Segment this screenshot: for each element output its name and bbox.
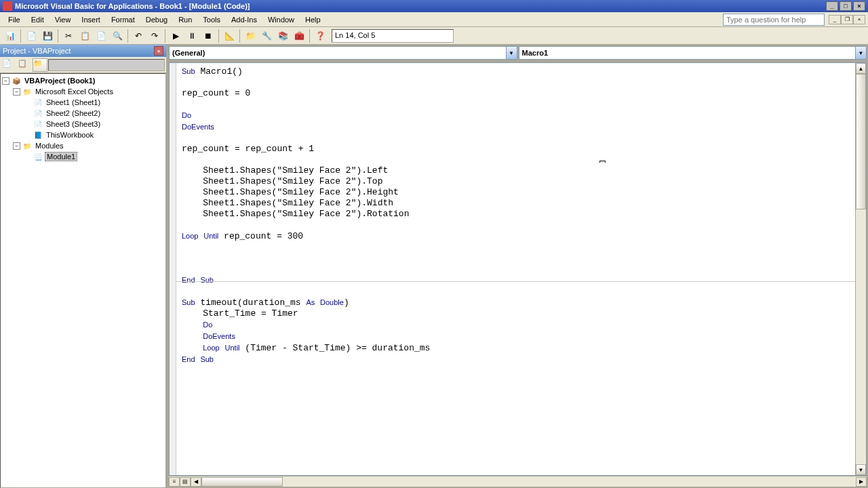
menu-view[interactable]: View <box>50 14 77 25</box>
tree-excel-objects[interactable]: − 📁 Microsoft Excel Objects <box>2 86 164 97</box>
copy-button[interactable]: 📋 <box>77 28 92 43</box>
module-icon: 📃 <box>33 152 43 161</box>
view-code-button[interactable]: 📄 <box>1 58 16 72</box>
collapse-icon[interactable]: − <box>13 142 20 150</box>
project-explorer-button[interactable]: 📁 <box>243 28 258 43</box>
tree-sheet3[interactable]: 📄 Sheet3 (Sheet3) <box>2 119 164 129</box>
close-button[interactable]: × <box>853 1 865 11</box>
mdi-restore-button[interactable]: ❐ <box>841 15 853 24</box>
object-dropdown[interactable]: (General) ▼ <box>169 46 517 60</box>
code-window: (General) ▼ Macro1 ▼ Sub Macro1() rep_co… <box>167 45 868 488</box>
scroll-right-button[interactable]: ▶ <box>856 477 867 487</box>
workbook-icon: 📘 <box>33 130 43 140</box>
menu-edit[interactable]: Edit <box>26 14 50 25</box>
toggle-folders-button[interactable]: 📁 <box>33 58 47 72</box>
procedure-view-button[interactable]: ≡ <box>169 477 180 487</box>
tree-label: ThisWorkbook <box>45 131 95 139</box>
vba-icon <box>3 1 12 11</box>
properties-button[interactable]: 🔧 <box>259 28 274 43</box>
standard-toolbar: 📊 📄 💾 ✂ 📋 📄 🔍 ↶ ↷ ▶ ⏸ ⏹ 📐 📁 🔧 📚 🧰 ❓ Ln 1… <box>0 27 868 45</box>
project-panel-title: Project - VBAProject × <box>0 45 166 57</box>
toolbar-grip <box>48 59 165 71</box>
design-mode-button[interactable]: 📐 <box>222 28 237 43</box>
tree-label: Module1 <box>45 152 77 161</box>
sheet-icon: 📄 <box>33 108 43 118</box>
project-icon: 📦 <box>11 76 22 85</box>
project-explorer: Project - VBAProject × 📄 📋 📁 − 📦 VBAProj… <box>0 45 167 488</box>
tree-modules[interactable]: − 📁 Modules <box>2 140 164 151</box>
chevron-down-icon[interactable]: ▼ <box>506 47 517 59</box>
procedure-dropdown-value: Macro1 <box>522 49 549 57</box>
paste-button[interactable]: 📄 <box>94 28 108 43</box>
folder-icon: 📁 <box>22 141 33 150</box>
reset-button[interactable]: ⏹ <box>201 28 216 43</box>
title-bar: Microsoft Visual Basic for Applications … <box>0 0 868 12</box>
folder-icon: 📁 <box>22 87 33 96</box>
project-panel-close-button[interactable]: × <box>154 46 163 56</box>
project-panel-label: Project - VBAProject <box>3 47 71 55</box>
run-button[interactable]: ▶ <box>168 28 183 43</box>
window-controls: _ □ × <box>826 1 865 11</box>
tree-label: Sheet3 (Sheet3) <box>45 120 102 128</box>
scroll-thumb[interactable] <box>201 477 283 487</box>
sheet-icon: 📄 <box>33 119 43 129</box>
view-object-button[interactable]: 📋 <box>17 58 32 72</box>
sheet-icon: 📄 <box>33 98 43 107</box>
minimize-button[interactable]: _ <box>826 1 838 11</box>
menu-window[interactable]: Window <box>262 14 300 25</box>
tree-sheet1[interactable]: 📄 Sheet1 (Sheet1) <box>2 97 164 108</box>
tree-thisworkbook[interactable]: 📘 ThisWorkbook <box>2 129 164 140</box>
full-module-view-button[interactable]: ▤ <box>180 477 191 487</box>
menu-help[interactable]: Help <box>300 14 326 25</box>
tree-label: Sheet1 (Sheet1) <box>45 98 102 106</box>
menu-format[interactable]: Format <box>106 14 140 25</box>
project-tree[interactable]: − 📦 VBAProject (Book1) − 📁 Microsoft Exc… <box>0 73 166 488</box>
tree-sheet2[interactable]: 📄 Sheet2 (Sheet2) <box>2 108 164 119</box>
menu-debug[interactable]: Debug <box>140 14 173 25</box>
help-button[interactable]: ❓ <box>313 28 328 43</box>
save-button[interactable]: 💾 <box>40 28 55 43</box>
insert-button[interactable]: 📄 <box>24 28 39 43</box>
horizontal-scrollbar[interactable]: ◀ ▶ <box>191 477 867 487</box>
menu-file[interactable]: File <box>3 14 26 25</box>
code-margin <box>170 63 176 475</box>
tree-project-root[interactable]: − 📦 VBAProject (Book1) <box>2 75 164 86</box>
menu-insert[interactable]: Insert <box>76 14 106 25</box>
menu-bar: File Edit View Insert Format Debug Run T… <box>0 12 868 27</box>
toolbox-button[interactable]: 🧰 <box>292 28 307 43</box>
collapse-icon[interactable]: − <box>2 77 9 85</box>
break-button[interactable]: ⏸ <box>184 28 199 43</box>
tree-label: Microsoft Excel Objects <box>34 87 115 96</box>
view-excel-button[interactable]: 📊 <box>3 28 18 43</box>
code-editor[interactable]: Sub Macro1() rep_count = 0 Do DoEvents r… <box>176 63 855 475</box>
menu-run[interactable]: Run <box>173 14 197 25</box>
help-search-input[interactable] <box>723 14 825 26</box>
tree-label: Modules <box>34 142 65 150</box>
tree-module1[interactable]: 📃 Module1 <box>2 151 164 162</box>
redo-button[interactable]: ↷ <box>147 28 162 43</box>
scroll-left-button[interactable]: ◀ <box>191 477 201 487</box>
mdi-close-button[interactable]: × <box>853 15 865 24</box>
maximize-button[interactable]: □ <box>840 1 852 11</box>
procedure-dropdown[interactable]: Macro1 ▼ <box>519 46 867 60</box>
scroll-down-button[interactable]: ▼ <box>856 464 866 475</box>
menu-addins[interactable]: Add-Ins <box>226 14 262 25</box>
find-button[interactable]: 🔍 <box>110 28 125 43</box>
menu-tools[interactable]: Tools <box>197 14 226 25</box>
object-dropdown-value: (General) <box>172 49 205 57</box>
window-title: Microsoft Visual Basic for Applications … <box>15 2 250 10</box>
cursor-position: Ln 14, Col 5 <box>332 29 454 43</box>
tree-label: Sheet2 (Sheet2) <box>45 109 102 117</box>
tree-label: VBAProject (Book1) <box>23 77 97 85</box>
vertical-scrollbar[interactable]: ▲ ▼ <box>855 63 866 475</box>
undo-button[interactable]: ↶ <box>131 28 146 43</box>
collapse-icon[interactable]: − <box>13 88 20 96</box>
mdi-minimize-button[interactable]: _ <box>829 15 841 24</box>
chevron-down-icon[interactable]: ▼ <box>855 47 866 59</box>
object-browser-button[interactable]: 📚 <box>275 28 290 43</box>
project-toolbar: 📄 📋 📁 <box>0 57 166 73</box>
cut-button[interactable]: ✂ <box>61 28 76 43</box>
code-bottom-bar: ≡ ▤ ◀ ▶ <box>169 476 867 487</box>
scroll-thumb[interactable] <box>856 74 866 209</box>
scroll-up-button[interactable]: ▲ <box>856 63 866 74</box>
